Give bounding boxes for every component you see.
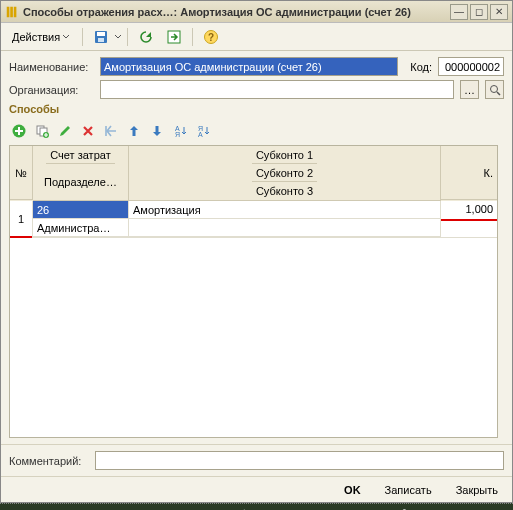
col-sub1[interactable]: Субконто 1 (252, 146, 317, 164)
copy-row-button[interactable] (32, 121, 52, 141)
go-button[interactable] (161, 26, 187, 48)
col-account[interactable]: Счет затрат (46, 146, 114, 164)
col-k[interactable]: К. (441, 146, 497, 200)
cell-sub-group: Амортизация (129, 201, 441, 237)
ok-button[interactable]: OK (338, 482, 367, 498)
chevron-down-icon (62, 33, 70, 41)
svg-rect-0 (7, 6, 10, 17)
close-footer-button[interactable]: Закрыть (450, 482, 504, 498)
maximize-button[interactable]: ◻ (470, 4, 488, 20)
chevron-down-icon (114, 33, 122, 41)
watermark-banner: Дистанционные Онлайн Курсы - 1C.ArtemVM.… (0, 503, 513, 510)
col-division[interactable]: Подразделе… (40, 164, 121, 200)
move-first-button[interactable] (101, 121, 121, 141)
help-button[interactable]: ? (198, 26, 224, 48)
svg-rect-5 (98, 38, 104, 42)
cell-left-group: 26 Администра… (33, 201, 129, 237)
minimize-button[interactable]: — (450, 4, 468, 20)
window-title: Способы отражения расх…: Амортизация ОС … (23, 6, 448, 18)
org-label: Организация: (9, 84, 94, 96)
svg-text:Я: Я (175, 131, 180, 138)
go-icon (166, 29, 182, 45)
col-sub3[interactable]: Субконто 3 (252, 182, 317, 200)
name-label: Наименование: (9, 61, 94, 73)
add-row-button[interactable] (9, 121, 29, 141)
cell-sub1[interactable]: Амортизация (129, 201, 440, 219)
refresh-icon (138, 29, 154, 45)
comment-input[interactable] (95, 451, 504, 470)
pencil-icon (57, 123, 73, 139)
separator (192, 28, 193, 46)
cell-sub2[interactable] (129, 219, 440, 237)
code-input[interactable] (438, 57, 504, 76)
svg-point-9 (490, 85, 497, 92)
col-num[interactable]: № (10, 146, 33, 200)
refresh-button[interactable] (133, 26, 159, 48)
section-title: Способы (9, 103, 504, 115)
footer: OK Записать Закрыть (1, 476, 512, 502)
sort-asc-button[interactable]: АЯ (170, 121, 190, 141)
cell-division[interactable]: Администра… (33, 219, 128, 237)
move-down-button[interactable] (147, 121, 167, 141)
name-input[interactable] (100, 57, 398, 76)
svg-text:А: А (198, 131, 203, 138)
col-sub2[interactable]: Субконто 2 (252, 164, 317, 182)
actions-label: Действия (12, 31, 60, 43)
grid-toolbar: АЯ ЯА (9, 119, 504, 143)
cell-k[interactable]: 1,000 (441, 201, 497, 237)
window: Способы отражения расх…: Амортизация ОС … (0, 0, 513, 503)
org-row: Организация: … (9, 80, 504, 99)
save-icon-button[interactable] (88, 26, 114, 48)
actions-menu[interactable]: Действия (5, 26, 77, 48)
copy-icon (34, 123, 50, 139)
plus-circle-icon (11, 123, 27, 139)
code-label: Код: (404, 61, 432, 73)
app-icon (5, 5, 19, 19)
arrow-first-icon (103, 123, 119, 139)
svg-rect-2 (14, 6, 17, 17)
org-search-button[interactable] (485, 80, 504, 99)
col-sub-group: Субконто 1 Субконто 2 Субконто 3 (129, 146, 441, 201)
org-input[interactable] (100, 80, 454, 99)
name-row: Наименование: Код: (9, 57, 504, 76)
svg-rect-4 (97, 32, 105, 36)
sort-desc-button[interactable]: ЯА (193, 121, 213, 141)
form-body: Наименование: Код: Организация: … Способ… (1, 51, 512, 444)
separator (82, 28, 83, 46)
table-row[interactable]: 1 26 Администра… Амортизация 1,000 (10, 201, 497, 238)
svg-text:?: ? (208, 32, 214, 43)
cell-num: 1 (10, 201, 33, 237)
col-left-group: Счет затрат Подразделе… (33, 146, 129, 201)
main-toolbar: Действия ? (1, 23, 512, 51)
grid: № Счет затрат Подразделе… Субконто 1 Суб… (9, 145, 498, 438)
org-ellipsis-button[interactable]: … (460, 80, 479, 99)
close-button[interactable]: ✕ (490, 4, 508, 20)
comment-row: Комментарий: (1, 444, 512, 476)
sort-desc-icon: ЯА (195, 123, 211, 139)
save-button[interactable]: Записать (379, 482, 438, 498)
highlight-marker (441, 219, 497, 221)
comment-label: Комментарий: (9, 455, 89, 467)
titlebar: Способы отражения расх…: Амортизация ОС … (1, 1, 512, 23)
arrow-up-icon (126, 123, 142, 139)
arrow-down-icon (149, 123, 165, 139)
highlight-marker (10, 236, 32, 238)
save-icon (93, 29, 109, 45)
move-up-button[interactable] (124, 121, 144, 141)
sort-asc-icon: АЯ (172, 123, 188, 139)
edit-row-button[interactable] (55, 121, 75, 141)
svg-rect-17 (156, 126, 159, 132)
search-icon (489, 84, 501, 96)
cell-account[interactable]: 26 (33, 201, 128, 219)
svg-line-10 (497, 92, 500, 95)
grid-body[interactable]: 1 26 Администра… Амортизация 1,000 (10, 201, 497, 437)
svg-rect-1 (10, 6, 13, 17)
x-icon (80, 123, 96, 139)
delete-row-button[interactable] (78, 121, 98, 141)
help-icon: ? (203, 29, 219, 45)
separator (127, 28, 128, 46)
svg-rect-16 (133, 130, 136, 136)
grid-header: № Счет затрат Подразделе… Субконто 1 Суб… (10, 146, 497, 201)
